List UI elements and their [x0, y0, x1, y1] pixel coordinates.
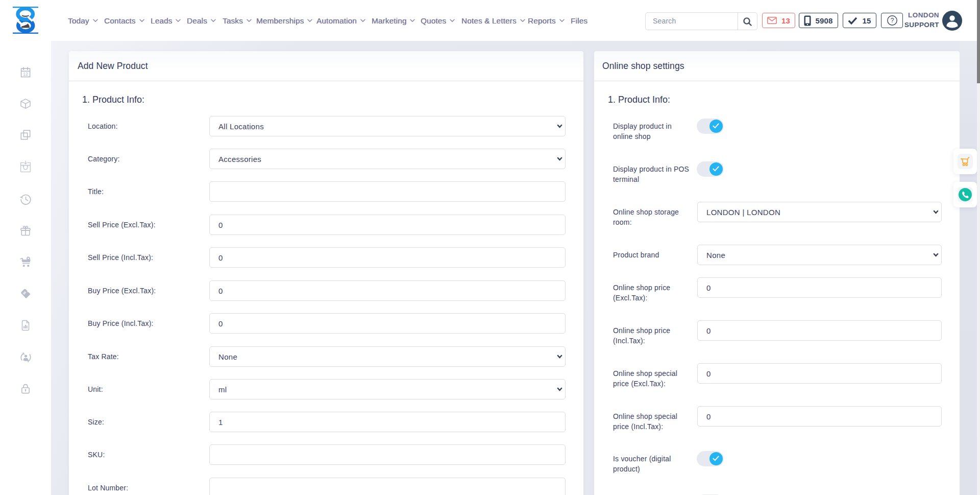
svg-text:12: 12: [23, 72, 28, 77]
